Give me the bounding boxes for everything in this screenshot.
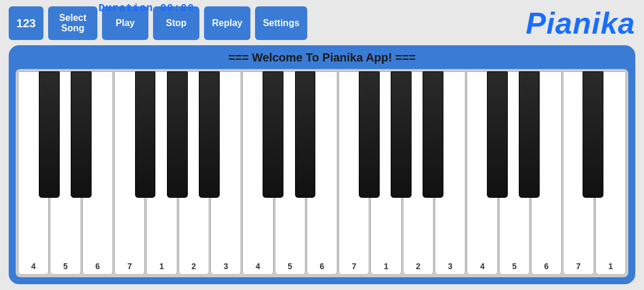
duration-display: Duration 00:00 [99, 2, 194, 14]
black-key[interactable] [359, 71, 380, 198]
welcome-text: === Welcome To Pianika App! === [16, 51, 628, 64]
top-bar: Duration 00:00 123 Select Song Play Stop… [9, 6, 635, 41]
black-key[interactable] [199, 71, 220, 198]
black-key[interactable] [135, 71, 156, 198]
settings-button[interactable]: Settings [255, 6, 307, 40]
piano-container: === Welcome To Pianika App! === 45671234… [9, 45, 635, 284]
black-key[interactable] [167, 71, 188, 198]
keys-wrapper: 4567123456712345671 [18, 71, 626, 275]
black-key[interactable] [519, 71, 540, 198]
black-key[interactable] [263, 71, 283, 198]
black-key[interactable] [295, 71, 316, 198]
black-key[interactable] [39, 71, 60, 198]
black-key[interactable] [391, 71, 412, 198]
piano-keyboard: 4567123456712345671 [16, 69, 628, 277]
black-key[interactable] [71, 71, 92, 198]
black-key[interactable] [423, 71, 443, 198]
black-key[interactable] [487, 71, 508, 198]
replay-button[interactable]: Replay [204, 6, 250, 40]
number-button[interactable]: 123 [9, 6, 43, 40]
select-song-button[interactable]: Select Song [48, 6, 97, 40]
app-title: Pianika [526, 6, 635, 41]
black-key[interactable] [583, 71, 603, 198]
